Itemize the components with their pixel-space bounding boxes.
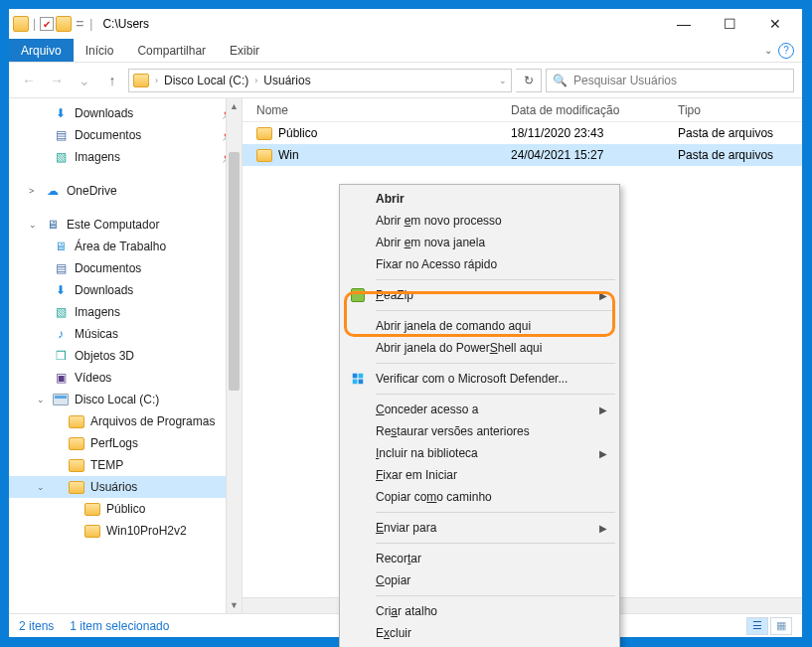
context-menu-item[interactable]: Criar atalho [342, 600, 617, 622]
sidebar-item[interactable]: >☁OneDrive [9, 180, 242, 202]
menu-label: Fixar no Acesso rápido [376, 257, 497, 271]
sidebar-item[interactable]: ⌄Usuários [9, 476, 242, 498]
column-date[interactable]: Data de modificação [505, 103, 672, 117]
table-row[interactable]: Win24/04/2021 15:27Pasta de arquivos [243, 144, 802, 166]
chevron-right-icon[interactable]: › [155, 76, 158, 85]
context-menu-item[interactable]: Copiar como caminho [342, 486, 617, 508]
column-name[interactable]: Nome [250, 103, 505, 117]
context-menu[interactable]: AbrirAbrir em novo processoAbrir em nova… [339, 184, 620, 647]
sidebar-item[interactable]: PerfLogs [9, 432, 242, 454]
sidebar-item[interactable]: Arquivos de Programas [9, 410, 242, 432]
icons-view-button[interactable]: ▦ [770, 617, 792, 635]
context-menu-item[interactable]: Excluir [342, 622, 617, 644]
sidebar-item[interactable]: TEMP [9, 454, 242, 476]
chevron-right-icon[interactable]: › [254, 76, 257, 85]
minimize-button[interactable]: — [661, 9, 707, 39]
sidebar-scrollbar[interactable]: ▲ ▼ [226, 98, 242, 613]
sidebar-item[interactable]: ▧Imagens📌 [9, 146, 242, 168]
context-menu-item[interactable]: Conceder acesso a▶ [342, 399, 617, 420]
folder-icon [256, 127, 272, 140]
close-button[interactable]: ✕ [752, 9, 798, 39]
expand-icon[interactable]: ⌄ [37, 482, 45, 492]
context-menu-item[interactable]: Fixar em Iniciar [342, 464, 617, 486]
sidebar-item[interactable]: ▤Documentos [9, 257, 242, 279]
context-menu-item[interactable]: Abrir [342, 188, 617, 210]
search-icon: 🔍 [553, 74, 568, 87]
up-button[interactable]: ↑ [100, 69, 124, 92]
sidebar-item[interactable]: ▣Vídeos [9, 367, 242, 389]
menu-separator [376, 279, 615, 280]
sidebar-item-label: PerfLogs [90, 436, 138, 450]
tab-exibir[interactable]: Exibir [218, 39, 271, 62]
menu-label: PeaZip [376, 288, 413, 302]
menu-label: Enviar para [376, 521, 436, 535]
tab-arquivo[interactable]: Arquivo [9, 39, 74, 62]
sidebar-item[interactable]: ⌄🖥Este Computador [9, 214, 242, 236]
context-menu-item[interactable]: Abrir em nova janela [342, 232, 617, 253]
column-type[interactable]: Tipo [672, 103, 802, 117]
sidebar-item-label: Imagens [75, 305, 120, 319]
chevron-down-icon[interactable]: ⌄ [499, 76, 507, 85]
menu-label: Criar atalho [376, 604, 437, 618]
folder-icon [256, 149, 272, 162]
checkbox-icon[interactable]: ✔ [40, 17, 54, 31]
search-input[interactable]: 🔍 Pesquisar Usuários [546, 69, 794, 92]
refresh-button[interactable]: ↻ [516, 69, 542, 92]
submenu-arrow-icon: ▶ [599, 523, 607, 534]
sidebar-item[interactable]: Win10ProH2v2 [9, 520, 242, 542]
menu-label: Abrir janela do PowerShell aqui [376, 341, 542, 355]
window-title: C:\Users [102, 17, 149, 31]
titlebar[interactable]: | ✔ = | C:\Users — ☐ ✕ [9, 9, 802, 39]
sidebar-item[interactable]: Público [9, 498, 242, 520]
column-headers[interactable]: Nome Data de modificação Tipo [243, 98, 802, 122]
expand-icon[interactable]: > [29, 186, 34, 196]
sidebar-item-label: Imagens [75, 150, 120, 164]
sidebar-item[interactable]: ♪Músicas [9, 323, 242, 345]
expand-icon[interactable]: ⌄ [29, 220, 37, 230]
scrollbar-thumb[interactable] [229, 152, 240, 391]
scroll-up-icon[interactable]: ▲ [227, 98, 242, 114]
context-menu-item[interactable]: Abrir janela de comando aqui [342, 315, 617, 337]
tab-inicio[interactable]: Início [74, 39, 126, 62]
sidebar-item[interactable]: 🖥Área de Trabalho [9, 236, 242, 257]
scroll-down-icon[interactable]: ▼ [227, 597, 242, 613]
shield-icon [350, 371, 366, 387]
file-type: Pasta de arquivos [672, 148, 802, 162]
sidebar-item[interactable]: ❒Objetos 3D [9, 345, 242, 367]
expand-icon[interactable]: ⌄ [37, 395, 45, 404]
sidebar-item[interactable]: ⬇Downloads [9, 279, 242, 301]
context-menu-item[interactable]: Restaurar versões anteriores [342, 420, 617, 442]
context-menu-item[interactable]: Copiar [342, 569, 617, 591]
context-menu-item[interactable]: Abrir em novo processo [342, 210, 617, 232]
navigation-pane[interactable]: ⬇Downloads📌▤Documentos📌▧Imagens📌>☁OneDri… [9, 98, 243, 613]
address-bar[interactable]: › Disco Local (C:) › Usuários ⌄ [128, 69, 512, 92]
context-menu-item[interactable]: Fixar no Acesso rápido [342, 253, 617, 275]
overflow-icon[interactable]: = [76, 16, 83, 32]
context-menu-item[interactable]: PeaZip▶ [342, 284, 617, 306]
table-row[interactable]: Público18/11/2020 23:43Pasta de arquivos [243, 122, 802, 144]
context-menu-item[interactable]: Recortar [342, 548, 617, 569]
sidebar-item[interactable]: ⌄Disco Local (C:) [9, 389, 242, 410]
sidebar-item-label: Downloads [75, 283, 133, 297]
help-button[interactable]: ? [778, 43, 794, 59]
breadcrumb-segment[interactable]: Usuários [263, 74, 310, 87]
breadcrumb-segment[interactable]: Disco Local (C:) [164, 74, 248, 87]
menu-label: Copiar [376, 573, 410, 587]
back-button[interactable]: ← [17, 69, 41, 92]
sidebar-item[interactable]: ⬇Downloads📌 [9, 102, 242, 124]
maximize-button[interactable]: ☐ [707, 9, 752, 39]
details-view-button[interactable]: ☰ [746, 617, 768, 635]
submenu-arrow-icon: ▶ [599, 404, 607, 415]
chevron-down-icon[interactable]: ⌄ [764, 45, 772, 56]
forward-button[interactable]: → [45, 69, 69, 92]
context-menu-item[interactable]: Abrir janela do PowerShell aqui [342, 337, 617, 359]
sidebar-item[interactable]: ▧Imagens [9, 301, 242, 323]
context-menu-item[interactable]: Incluir na biblioteca▶ [342, 442, 617, 464]
tab-compartilhar[interactable]: Compartilhar [125, 39, 218, 62]
file-name: Win [278, 148, 299, 162]
recent-locations-button[interactable]: ⌄ [73, 69, 96, 92]
context-menu-item[interactable]: Verificar com o Microsoft Defender... [342, 368, 617, 390]
status-selected: 1 item selecionado [70, 619, 169, 633]
sidebar-item[interactable]: ▤Documentos📌 [9, 124, 242, 146]
context-menu-item[interactable]: Enviar para▶ [342, 517, 617, 539]
